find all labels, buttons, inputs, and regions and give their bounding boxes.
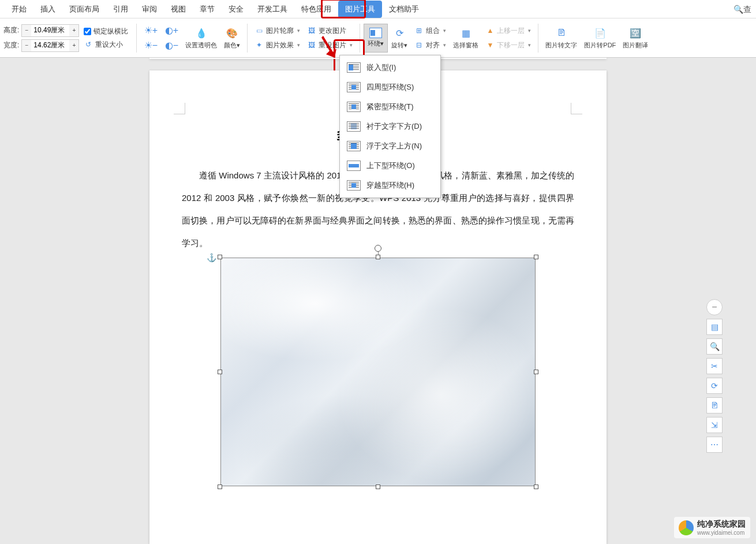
- pic-to-pdf-button[interactable]: 📄 图片转PDF: [581, 26, 619, 50]
- menu-doc-assistant[interactable]: 文档助手: [382, 1, 426, 18]
- ribbon-toolbar: 高度: − + 宽度: − + 锁定纵横比 ↺ 重设大小 ☀+: [0, 18, 756, 58]
- brightness-button[interactable]: ☀+ ☀−: [140, 24, 161, 53]
- width-field[interactable]: [31, 42, 69, 50]
- resize-handle-tm[interactable]: [376, 255, 380, 259]
- wrap-option-label: 上下型环绕(O): [366, 161, 415, 171]
- collapse-button[interactable]: −: [706, 299, 723, 315]
- move-down-button[interactable]: ▼ 下移一层▾: [482, 39, 534, 52]
- selected-image[interactable]: ⚓: [220, 258, 536, 486]
- pic-to-text-icon: 🖹: [555, 26, 568, 40]
- wrap-option-label: 嵌入型(I): [366, 62, 396, 73]
- color-label: 颜色▾: [224, 41, 240, 50]
- height-decrease[interactable]: −: [22, 25, 31, 36]
- lock-ratio-label: 锁定纵横比: [93, 27, 128, 36]
- behind-icon: [347, 121, 361, 132]
- watermark: 纯净系统家园 www.yidaimei.com: [674, 517, 750, 538]
- effect-label: 图片效果: [266, 40, 294, 50]
- wrap-dropdown: 嵌入型(I) 四周型环绕(S) 紧密型环绕(T) 衬于文字下方(D) 浮于文字上…: [339, 55, 441, 198]
- menu-special[interactable]: 特色应用: [294, 1, 338, 18]
- wrap-option-front[interactable]: 浮于文字上方(N): [340, 136, 440, 156]
- divider: [136, 24, 137, 53]
- change-pic-label: 更改图片: [319, 26, 346, 36]
- align-button[interactable]: ⊟ 对齐▾: [411, 39, 450, 52]
- select-pane-label: 选择窗格: [453, 41, 478, 50]
- menu-insert[interactable]: 插入: [33, 1, 62, 18]
- rotate-button[interactable]: ⟳ 旋转▾: [388, 26, 411, 50]
- resize-handle-tl[interactable]: [218, 255, 222, 259]
- height-increase[interactable]: +: [69, 25, 78, 36]
- wrap-option-topbottom[interactable]: 上下型环绕(O): [340, 156, 440, 176]
- float-wrap-button[interactable]: ▤: [706, 319, 723, 335]
- wrap-option-through[interactable]: 穿越型环绕(H): [340, 176, 440, 195]
- move-up-button[interactable]: ▲ 上移一层▾: [482, 24, 534, 38]
- watermark-logo-icon: [679, 520, 694, 535]
- menu-chapter[interactable]: 章节: [193, 1, 222, 18]
- pic-to-text-button[interactable]: 🖹 图片转文字: [542, 26, 581, 50]
- menu-picture-tools[interactable]: 图片工具: [338, 1, 382, 18]
- pic-to-text-label: 图片转文字: [545, 41, 577, 50]
- resize-handle-tr[interactable]: [534, 255, 538, 259]
- wrap-option-label: 衬于文字下方(D): [366, 121, 422, 132]
- float-crop-button[interactable]: ✂: [706, 358, 723, 374]
- pic-translate-button[interactable]: 🈳 图片翻译: [619, 26, 652, 50]
- rotate-label: 旋转▾: [391, 41, 407, 50]
- resize-handle-br[interactable]: [534, 485, 538, 489]
- picture-effect-button[interactable]: ✦ 图片效果▾: [251, 39, 304, 52]
- float-more-button[interactable]: ⋯: [706, 437, 723, 453]
- menu-security[interactable]: 安全: [222, 1, 250, 18]
- select-pane-button[interactable]: ▦ 选择窗格: [450, 26, 482, 50]
- image-content: [220, 258, 536, 486]
- menu-page-layout[interactable]: 页面布局: [62, 1, 106, 18]
- contrast-button[interactable]: ◐+ ◐−: [161, 24, 182, 53]
- menu-devtools[interactable]: 开发工具: [250, 1, 294, 18]
- float-ocr-button[interactable]: 🖹: [706, 397, 723, 413]
- picture-outline-button[interactable]: ▭ 图片轮廓▾: [251, 24, 304, 38]
- square-icon: [347, 82, 361, 92]
- height-field[interactable]: [31, 27, 69, 35]
- menu-start[interactable]: 开始: [5, 1, 33, 18]
- width-input[interactable]: − +: [21, 39, 79, 52]
- resize-handle-mr[interactable]: [534, 370, 538, 374]
- change-pic-icon: 🖼: [307, 26, 316, 35]
- color-icon: 🎨: [225, 26, 239, 40]
- resize-handle-bl[interactable]: [218, 485, 222, 489]
- width-decrease[interactable]: −: [22, 40, 31, 51]
- anchor-icon: ⚓: [207, 253, 216, 262]
- reset-pic-icon: 🖼: [307, 40, 316, 50]
- color-button[interactable]: 🎨 颜色▾: [220, 26, 244, 50]
- pic-to-pdf-label: 图片转PDF: [584, 41, 616, 50]
- menu-bar: 开始 插入 页面布局 引用 审阅 视图 章节 安全 开发工具 特色应用 图片工具…: [0, 0, 756, 18]
- transparency-button[interactable]: 💧 设置透明色: [182, 26, 220, 50]
- wrap-option-label: 穿越型环绕(H): [366, 180, 414, 191]
- divider: [360, 24, 360, 53]
- lock-ratio-checkbox[interactable]: 锁定纵横比: [84, 27, 128, 36]
- wrap-option-tight[interactable]: 紧密型环绕(T): [340, 97, 440, 117]
- contrast-down-icon: ◐−: [164, 39, 178, 53]
- wrap-option-behind[interactable]: 衬于文字下方(D): [340, 117, 440, 136]
- height-input[interactable]: − +: [21, 24, 79, 37]
- wrap-button[interactable]: 环绕▾: [364, 24, 388, 53]
- through-icon: [347, 180, 361, 191]
- float-zoom-button[interactable]: 🔍: [706, 338, 723, 355]
- menu-review[interactable]: 审阅: [135, 1, 164, 18]
- search-icon[interactable]: 🔍查: [733, 5, 751, 15]
- brightness-down-icon: ☀−: [144, 39, 158, 53]
- reset-picture-button[interactable]: 🖼 重设图片▾: [304, 39, 356, 52]
- wrap-option-square[interactable]: 四周型环绕(S): [340, 77, 440, 97]
- float-rotate-button[interactable]: ⟳: [706, 378, 723, 394]
- lock-ratio-input[interactable]: [84, 28, 91, 35]
- change-picture-button[interactable]: 🖼 更改图片: [304, 24, 356, 38]
- width-increase[interactable]: +: [69, 40, 78, 51]
- reset-size-button[interactable]: ↺ 重设大小: [84, 40, 128, 50]
- rotate-handle[interactable]: [375, 245, 381, 252]
- divider: [538, 24, 538, 53]
- menu-references[interactable]: 引用: [106, 1, 135, 18]
- resize-handle-ml[interactable]: [218, 370, 222, 374]
- wrap-option-inline[interactable]: 嵌入型(I): [340, 58, 440, 77]
- menu-view[interactable]: 视图: [164, 1, 193, 18]
- move-up-label: 上移一层: [497, 26, 525, 36]
- height-label: 高度:: [3, 25, 19, 35]
- float-export-button[interactable]: ⇲: [706, 417, 723, 433]
- group-button[interactable]: ⊞ 组合▾: [411, 24, 450, 38]
- resize-handle-bm[interactable]: [376, 485, 380, 489]
